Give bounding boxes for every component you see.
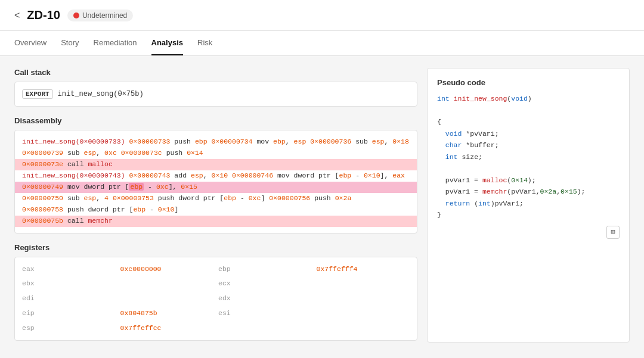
tab-story[interactable]: Story	[61, 31, 79, 55]
asm-line-9: 0×00000743 add esp, 0×10	[129, 172, 228, 179]
pseudo-code-panel: Pseudo code int init_new_song(void) { vo…	[427, 68, 630, 343]
reg-val-esp: 0x7ffeffcc	[120, 322, 214, 335]
asm-line-2: 0×00000733 push ebp	[129, 138, 207, 145]
registers-title: Registers	[14, 243, 417, 252]
registers-section: Registers eax 0xc0000000 ebp 0x7ffefff4 …	[14, 243, 417, 341]
asm-line-7-highlight: 0×0000073e call malloc	[15, 159, 417, 170]
reg-val-edi	[120, 292, 214, 305]
tab-risk[interactable]: Risk	[197, 31, 212, 55]
reg-val-ecx	[317, 278, 410, 290]
back-button[interactable]: <	[14, 10, 20, 21]
tab-overview[interactable]: Overview	[14, 31, 47, 55]
pseudo-line-8: pvVar1 = malloc(0×14);	[437, 175, 620, 186]
pseudo-code-content: int init_new_song(void) { void *pvVar1; …	[437, 93, 620, 239]
reg-val-ebp: 0x7ffefff4	[317, 263, 410, 276]
pseudo-line-7	[437, 163, 620, 175]
registers-box: eax 0xc0000000 ebp 0x7ffefff4 ebx ecx ed…	[14, 257, 417, 341]
status-label: Undetermined	[82, 11, 127, 20]
main-content: Call stack EXPORT init_new_song(0×75b) D…	[0, 56, 644, 354]
asm-line-8: init_new_song(0×00000743)	[22, 172, 125, 179]
reg-name-ecx: ecx	[218, 278, 312, 290]
call-stack-title: Call stack	[14, 68, 417, 77]
asm-line-3: 0×00000734 mov ebp, esp	[212, 138, 306, 145]
reg-val-edx	[317, 292, 410, 305]
asm-line-13: 0×00000753 push dword ptr [ebp - 0xc]	[113, 194, 265, 202]
reg-val-eax: 0xc0000000	[120, 263, 214, 276]
pseudo-line-6: int size;	[437, 151, 620, 163]
left-panel: Call stack EXPORT init_new_song(0×75b) D…	[14, 68, 427, 343]
call-stack-section: Call stack EXPORT init_new_song(0×75b)	[14, 68, 417, 107]
call-stack-box: EXPORT init_new_song(0×75b)	[14, 82, 417, 107]
asm-line-11-highlight: 0×00000749 mov dword ptr [ebp - 0xc], 0×…	[15, 182, 417, 193]
reg-name-edi: edi	[22, 292, 116, 305]
reg-name-edx: edx	[218, 292, 312, 305]
asm-line-10: 0×00000746 mov dword ptr [ebp - 0×10], e…	[232, 172, 405, 179]
pseudo-line-9: pvVar1 = memchr(pvVar1,0×2a,0×15);	[437, 186, 620, 198]
pseudo-line-2	[437, 105, 620, 117]
reg-name-esi: esi	[218, 307, 312, 320]
export-badge: EXPORT	[22, 89, 53, 99]
page-title: ZD-10	[27, 8, 60, 22]
reg-name-ebx: ebx	[22, 278, 116, 290]
pseudo-line-10: return (int)pvVar1;	[437, 198, 620, 210]
reg-val-eip: 0x804875b	[120, 307, 214, 320]
reg-name-eax: eax	[22, 263, 116, 276]
tab-analysis[interactable]: Analysis	[151, 31, 183, 55]
reg-name-ebp: ebp	[218, 263, 312, 276]
status-dot-icon	[73, 13, 79, 18]
asm-line-1: init_new_song(0×00000733)	[22, 138, 125, 145]
asm-line-6: 0×0000073c push 0×14	[121, 149, 203, 157]
pseudo-line-1: int init_new_song(void)	[437, 93, 620, 105]
tab-remediation[interactable]: Remediation	[94, 31, 137, 55]
asm-line-15: 0×00000758 push dword ptr [ebp - 0×10]	[22, 206, 178, 213]
reg-val-ebx	[120, 278, 214, 290]
call-stack-function: init_new_song(0×75b)	[58, 90, 144, 98]
asm-line-12: 0×00000750 sub esp, 4	[22, 194, 109, 202]
expand-icon[interactable]: ⊞	[606, 226, 620, 239]
expand-button-wrapper: ⊞	[437, 226, 620, 239]
pseudo-line-4: void *pvVar1;	[437, 128, 620, 140]
disassembly-box: init_new_song(0×00000733) 0×00000733 pus…	[14, 130, 417, 234]
asm-line-16-highlight: 0×0000075b call memchr	[15, 216, 417, 227]
tab-bar: Overview Story Remediation Analysis Risk	[0, 31, 644, 56]
asm-line-14: 0×00000756 push 0×2a	[269, 194, 351, 202]
registers-grid: eax 0xc0000000 ebp 0x7ffefff4 ebx ecx ed…	[22, 263, 410, 334]
pseudo-line-5: char *buffer;	[437, 139, 620, 151]
asm-line-5: 0×00000739 sub esp, 0xc	[22, 149, 117, 157]
asm-line-4: 0×00000736 sub esp, 0×18	[310, 138, 409, 145]
reg-name-esp: esp	[22, 322, 116, 335]
status-badge: Undetermined	[67, 10, 133, 21]
pseudo-line-11: }	[437, 209, 620, 221]
pseudo-line-3: {	[437, 116, 620, 128]
reg-val-esi	[317, 307, 410, 320]
disassembly-section: Disassembly init_new_song(0×00000733) 0×…	[14, 116, 417, 234]
disassembly-title: Disassembly	[14, 116, 417, 125]
pseudo-code-title: Pseudo code	[437, 78, 620, 87]
reg-name-eip: eip	[22, 307, 116, 320]
